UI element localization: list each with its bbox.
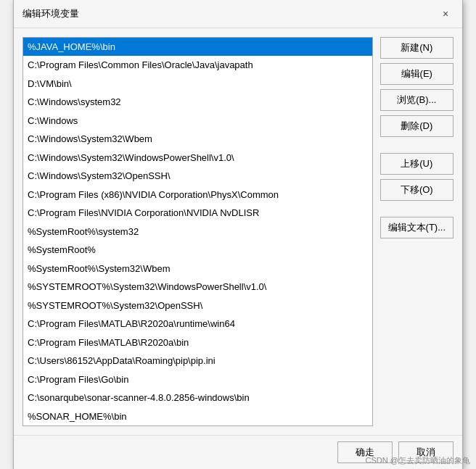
list-item[interactable]: C:\Windows\System32\WindowsPowerShell\v1…	[23, 149, 372, 167]
list-item[interactable]: %SystemRoot%\system32	[23, 223, 372, 241]
delete-button[interactable]: 删除(D)	[380, 115, 454, 137]
list-item[interactable]: %SystemRoot%\System32\Wbem	[23, 260, 372, 278]
list-item[interactable]: C:\Program Files\Common Files\Oracle\Jav…	[23, 56, 372, 75]
new-button[interactable]: 新建(N)	[380, 37, 454, 59]
watermark: CSDN @怎去卖防晒油的象龟	[366, 455, 470, 466]
list-item[interactable]: %SYSTEMROOT%\System32\WindowsPowerShell\…	[23, 278, 372, 296]
list-item[interactable]: D:\VM\bin\	[23, 75, 372, 94]
list-item[interactable]: C:\Windows\system32	[23, 93, 372, 112]
button-panel: 新建(N) 编辑(E) 浏览(B)... 删除(D) 上移(U) 下移(O) 编…	[380, 37, 454, 427]
spacer2	[380, 205, 454, 212]
list-item[interactable]: C:\Windows\System32\OpenSSH\	[23, 167, 372, 186]
list-item[interactable]: %SYSTEMROOT%\System32\OpenSSH\	[23, 296, 372, 315]
list-item[interactable]: C:\Program Files\Go\bin	[23, 370, 372, 389]
list-item[interactable]: %SystemRoot%	[23, 241, 372, 260]
list-item[interactable]: C:\Users\86152\AppData\Roaming\pip\pip.i…	[23, 352, 372, 370]
dialog-title: 编辑环境变量	[22, 7, 79, 20]
dialog-body: %JAVA_HOME%\binC:\Program Files\Common F…	[14, 28, 462, 436]
list-item[interactable]: C:\Program Files\MATLAB\R2020a\runtime\w…	[23, 315, 372, 333]
spacer	[380, 141, 454, 149]
close-button[interactable]: ×	[438, 6, 454, 22]
title-bar: 编辑环境变量 ×	[14, 0, 462, 28]
list-item[interactable]: %SONAR_HOME%\bin	[23, 407, 372, 426]
move-up-button[interactable]: 上移(U)	[380, 153, 454, 175]
edit-text-button[interactable]: 编辑文本(T)...	[380, 217, 454, 238]
list-item[interactable]: C:\Windows	[23, 112, 372, 130]
list-item[interactable]: C:\Program Files\NVIDIA Corporation\NVID…	[23, 204, 372, 223]
edit-button[interactable]: 编辑(E)	[380, 63, 454, 85]
edit-env-dialog: 编辑环境变量 × %JAVA_HOME%\binC:\Program Files…	[13, 0, 463, 469]
move-down-button[interactable]: 下移(O)	[380, 179, 454, 201]
list-item[interactable]: C:\Program Files (x86)\NVIDIA Corporatio…	[23, 186, 372, 204]
list-item[interactable]: C:\Program Files\MATLAB\R2020a\bin	[23, 333, 372, 352]
env-list[interactable]: %JAVA_HOME%\binC:\Program Files\Common F…	[22, 37, 373, 427]
list-item[interactable]: %JAVA_HOME%\bin	[23, 38, 372, 57]
list-item[interactable]: C:\Windows\System32\Wbem	[23, 130, 372, 149]
list-item[interactable]: C:\sonarqube\sonar-scanner-4.8.0.2856-wi…	[23, 389, 372, 407]
browse-button[interactable]: 浏览(B)...	[380, 89, 454, 111]
